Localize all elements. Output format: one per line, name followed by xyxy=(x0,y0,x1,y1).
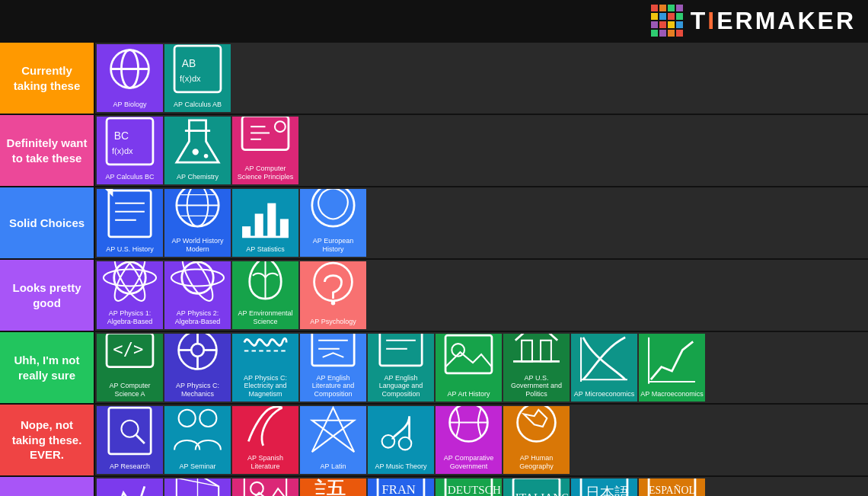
tier-label-solid: Solid Choices xyxy=(0,187,95,258)
item-label-ap-physics-1: AP Physics 1: Algebra-Based xyxy=(98,309,161,326)
tier-item-ap-comp-govt[interactable]: AP Comparative Government xyxy=(436,406,502,474)
tier-item-ap-english-lit[interactable]: AP English Literature and Composition xyxy=(300,334,366,402)
item-label-ap-european: AP European History xyxy=(302,237,365,254)
tier-item-ap-music-theory[interactable]: AP Music Theory xyxy=(368,406,434,474)
tier-item-ap-spanish-lit[interactable]: AP Spanish Literature xyxy=(232,406,298,474)
item-label-ap-research: AP Research xyxy=(110,462,150,471)
item-icon-ap-3d-art xyxy=(166,478,229,496)
svg-rect-27 xyxy=(255,214,263,237)
item-icon-ap-art-history xyxy=(437,334,500,390)
tier-item-ap-spanish-lang[interactable]: ESPAÑOLAP Spanish Language and Culture xyxy=(639,478,705,496)
item-icon-ap-world xyxy=(166,189,229,237)
tier-item-ap-env-sci[interactable]: AP Environmental Science xyxy=(232,261,298,329)
tier-item-ap-drawing[interactable]: AP Drawing xyxy=(97,478,163,496)
item-icon-ap-spanish-lit xyxy=(234,406,297,454)
item-icon-ap-macroecon xyxy=(640,334,704,390)
tier-item-ap-macroecon[interactable]: AP Macroeconomics xyxy=(639,334,705,402)
svg-point-75 xyxy=(518,406,556,442)
svg-rect-59 xyxy=(522,340,532,361)
tier-item-ap-physics-1[interactable]: AP Physics 1: Algebra-Based xyxy=(97,261,163,329)
item-icon-ap-2d-art xyxy=(234,478,297,496)
tier-items-exist: AP DrawingAP 3D Art and DesignAP 2D Art … xyxy=(95,477,868,496)
item-icon-ap-physics-c-mech xyxy=(166,334,229,382)
item-label-ap-statistics: AP Statistics xyxy=(246,245,284,254)
item-label-ap-biology: AP Biology xyxy=(113,101,147,109)
tier-row-nope: Nope, not taking these. EVER.AP Research… xyxy=(0,405,868,477)
tier-label-not-sure: Uhh, I'm not really sure xyxy=(0,332,95,403)
svg-point-69 xyxy=(179,410,196,427)
tier-item-ap-physics-c-mech[interactable]: AP Physics C: Mechanics xyxy=(164,334,231,402)
tier-item-ap-human-geo[interactable]: AP Human Geography xyxy=(503,406,570,474)
tier-item-ap-physics-c-em[interactable]: AP Physics C: Electricity and Magnetism xyxy=(232,334,298,402)
tier-item-ap-japanese[interactable]: 日本語AP Japanese Language and Culture xyxy=(571,478,637,496)
item-label-ap-physics-c-em: AP Physics C: Electricity and Magnetism xyxy=(234,374,297,398)
tier-items-pretty-good: AP Physics 1: Algebra-BasedAP Physics 2:… xyxy=(95,260,868,331)
svg-point-71 xyxy=(382,435,395,448)
item-label-ap-csa: AP Computer Science A xyxy=(98,382,161,398)
tier-label-nope: Nope, not taking these. EVER. xyxy=(0,405,95,475)
tier-item-ap-physics-2[interactable]: AP Physics 2: Algebra-Based xyxy=(164,261,231,329)
item-icon-ap-seminar xyxy=(166,406,229,462)
item-label-ap-music-theory: AP Music Theory xyxy=(375,462,426,471)
tier-item-ap-3d-art[interactable]: AP 3D Art and Design xyxy=(164,478,231,496)
tier-item-ap-english-lang[interactable]: AP English Language and Composition xyxy=(368,334,434,402)
svg-rect-49 xyxy=(312,334,354,366)
svg-point-32 xyxy=(114,262,146,294)
item-icon-ap-japanese: 日本語 xyxy=(573,478,636,496)
svg-point-36 xyxy=(182,262,214,294)
item-label-ap-physics-2: AP Physics 2: Algebra-Based xyxy=(166,309,229,326)
item-label-ap-microecon: AP Microeconomics xyxy=(574,390,634,398)
svg-point-72 xyxy=(399,437,412,450)
item-icon-ap-us-history xyxy=(98,189,161,245)
tier-items-not-sure: </>AP Computer Science AAP Physics C: Me… xyxy=(95,332,868,403)
svg-rect-28 xyxy=(267,203,276,237)
item-icon-ap-french: FRANÇAIS xyxy=(369,478,432,496)
tier-item-ap-calculus-ab[interactable]: ABf(x)dxAP Calculus AB xyxy=(164,44,231,112)
tier-item-ap-microecon[interactable]: AP Microeconomics xyxy=(571,334,637,402)
item-label-ap-world: AP World History Modern xyxy=(166,237,229,254)
tier-label-exist: THESE EXIST?! xyxy=(0,477,95,496)
item-label-ap-spanish-lit: AP Spanish Literature xyxy=(234,454,297,471)
tier-item-ap-statistics[interactable]: AP Statistics xyxy=(232,189,298,257)
svg-point-40 xyxy=(331,301,336,306)
tier-item-ap-csp[interactable]: AP Computer Science Principles xyxy=(232,117,298,184)
tier-item-ap-world[interactable]: AP World History Modern xyxy=(164,189,231,257)
svg-text:ESPAÑOL: ESPAÑOL xyxy=(649,484,695,495)
item-icon-ap-chemistry xyxy=(166,117,229,173)
item-icon-ap-latin xyxy=(302,406,365,462)
tier-item-ap-biology[interactable]: AP Biology xyxy=(97,44,163,112)
tier-item-ap-art-history[interactable]: AP Art History xyxy=(436,334,502,402)
item-icon-ap-biology xyxy=(98,44,161,101)
item-icon-ap-calculus-bc: BCf(x)dx xyxy=(98,117,161,173)
tier-item-ap-calculus-bc[interactable]: BCf(x)dxAP Calculus BC xyxy=(97,117,163,184)
tier-item-ap-csa[interactable]: </>AP Computer Science A xyxy=(97,334,163,402)
item-icon-ap-human-geo xyxy=(505,406,568,454)
tier-item-ap-us-history[interactable]: AP U.S. History xyxy=(97,189,163,257)
tier-item-ap-2d-art[interactable]: AP 2D Art and Design xyxy=(232,478,298,496)
tier-item-ap-seminar[interactable]: AP Seminar xyxy=(164,406,231,474)
item-icon-ap-english-lit xyxy=(302,334,365,374)
tier-item-ap-chinese[interactable]: 語AP Chinese Language xyxy=(300,478,366,496)
tiermaker-logo: TiERMAKER xyxy=(651,5,856,37)
item-icon-ap-csp xyxy=(234,117,297,165)
item-icon-ap-chinese: 語 xyxy=(302,478,365,496)
tier-item-ap-german[interactable]: DEUTSCHAP German Language and Culture xyxy=(436,478,502,496)
svg-text:f(x)dx: f(x)dx xyxy=(112,146,133,155)
tier-item-ap-italian[interactable]: ITALIANOAP Italian Language and Culture xyxy=(503,478,570,496)
svg-point-73 xyxy=(450,406,488,442)
item-icon-ap-european xyxy=(302,189,365,237)
svg-point-11 xyxy=(204,154,209,158)
item-label-ap-english-lang: AP English Language and Composition xyxy=(369,374,432,398)
tier-item-ap-chemistry[interactable]: AP Chemistry xyxy=(164,117,231,184)
tier-item-ap-gov[interactable]: AP U.S. Government and Politics xyxy=(503,334,570,402)
tier-items-nope: AP ResearchAP SeminarAP Spanish Literatu… xyxy=(95,405,868,475)
tier-item-ap-european[interactable]: AP European History xyxy=(300,189,366,257)
tier-item-ap-psychology[interactable]: AP Psychology xyxy=(300,261,366,329)
tier-item-ap-latin[interactable]: AP Latin xyxy=(300,406,366,474)
tier-label-currently: Currently taking these xyxy=(0,43,95,114)
tier-item-ap-research[interactable]: AP Research xyxy=(97,406,163,474)
item-icon-ap-english-lang xyxy=(369,334,432,374)
svg-text:日本語: 日本語 xyxy=(586,485,629,496)
tier-item-ap-french[interactable]: FRANÇAISAP French Language and Culture xyxy=(368,478,434,496)
tier-items-solid: AP U.S. HistoryAP World History ModernAP… xyxy=(95,187,868,258)
